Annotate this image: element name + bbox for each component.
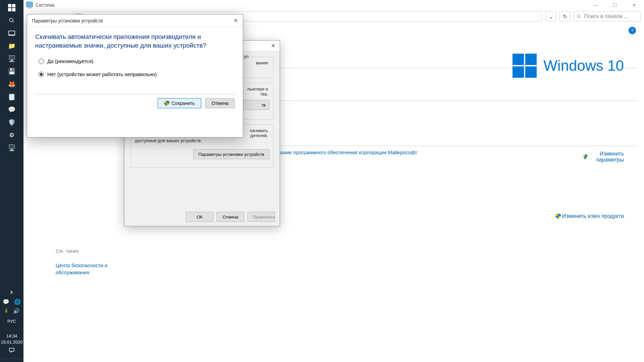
language-indicator[interactable]: РУС [7,319,16,324]
tray-viber-icon[interactable]: 💬 [3,299,9,305]
window-icon [26,2,33,8]
dialog2-apply-button[interactable]: Применить [248,212,275,222]
clock-time: 14:34 [1,333,22,339]
taskbar: 📁 🖥️ 💾 🦊 🗒️ 💬 🛡️ ⚙ 🖥️ 💬 🌐 ⬇ 🔊 РУС 14:34 … [0,0,23,362]
task-view-icon[interactable] [0,27,23,40]
device-install-settings-dialog: Параметры установки устройств ✕ Скачиват… [27,14,243,137]
option-no[interactable]: Нет (устройство может работать неправиль… [39,71,235,77]
taskbar-overflow-icon[interactable] [0,288,23,297]
link-change-params[interactable]: Изменить параметры [584,151,624,163]
shield-icon [584,154,587,160]
search-input[interactable]: Поиск в панели ... [574,11,641,21]
action-center-icon[interactable] [0,345,23,355]
svg-line-5 [580,17,581,18]
see-also-link-security[interactable]: Центр безопасности и обслуживания [56,262,123,276]
search-placeholder: Поиск в панели ... [584,13,629,19]
dialog1-titlebar: Параметры установки устройств ✕ [27,14,243,27]
option-yes[interactable]: Да (рекомендуется) [39,58,235,64]
taskbar-clock[interactable]: 14:34 19.01.2020 [1,333,22,345]
taskbar-app-settings[interactable]: ⚙ [0,129,23,141]
maximize-button[interactable]: ☐ [605,0,625,10]
svg-line-1 [12,21,14,22]
start-button[interactable] [0,1,23,14]
taskbar-app-explorer[interactable]: 📁 [0,40,23,52]
taskbar-app-security[interactable]: 🛡️ [0,116,23,129]
refresh-button[interactable]: ↻ [559,11,570,21]
taskbar-app-control-panel[interactable]: 🖥️ [0,141,23,154]
windows-logo: Windows 10 [513,54,624,78]
svg-point-4 [577,15,580,17]
cancel-button[interactable]: Отмена [205,98,235,108]
system-tray: 💬 🌐 ⬇ 🔊 [0,297,23,316]
see-also-panel: См. также Центр безопасности и обслужива… [56,248,123,276]
window-titlebar: Система — ☐ ✕ [23,0,644,10]
close-button[interactable]: ✕ [625,0,644,10]
search-icon[interactable] [0,14,23,27]
link-ms-license[interactable]: ользование программного обеспечения корп… [265,149,417,155]
see-also-title: См. также [56,248,123,254]
device-install-settings-button[interactable]: Параметры установки устройств [193,149,269,159]
radio-icon [39,59,44,64]
dialog2-cancel-button[interactable]: Отмена [217,212,244,222]
clock-date: 19.01.2020 [1,339,22,345]
radio-icon [39,72,44,77]
link-change-product-key[interactable]: Изменить ключ продукта [555,213,624,220]
taskbar-app-save[interactable]: 💾 [0,65,23,78]
taskbar-app-viber[interactable]: 💬 [0,103,23,116]
dialog1-question: Скачивать автоматически приложения произ… [35,33,235,50]
window-title: Система [36,2,54,8]
save-button[interactable]: Сохранить [158,98,201,108]
minimize-button[interactable]: — [586,0,605,10]
breadcrumb-dropdown-button[interactable]: ⌄ [545,11,556,21]
shield-icon [164,101,169,106]
tray-volume-icon[interactable]: 🔊 [13,308,20,314]
tray-network-icon[interactable]: 🌐 [14,299,21,305]
dialog1-title: Параметры установки устройств [32,18,103,23]
taskbar-app-firefox[interactable]: 🦊 [0,78,23,90]
svg-point-0 [9,18,13,22]
taskbar-app-remote[interactable]: 🖥️ [0,52,23,65]
show-desktop-button[interactable] [0,359,23,362]
tray-utorrent-icon[interactable]: ⬇ [4,308,8,314]
svg-rect-2 [9,31,15,35]
help-icon[interactable]: ? [629,27,636,34]
dialog2-close-button[interactable]: ✕ [266,43,280,49]
group-install-text3: доступные для ваших устройств. [135,138,269,143]
shield-icon [555,214,561,219]
windows-logo-text: Windows 10 [543,57,624,74]
taskbar-app-notes[interactable]: 🗒️ [0,90,23,103]
option-no-label: Нет (устройство может работать неправиль… [47,71,157,77]
option-yes-label: Да (рекомендуется) [47,58,94,64]
dialog1-close-button[interactable]: ✕ [228,14,243,27]
dialog2-ok-button[interactable]: ОК [186,212,213,222]
